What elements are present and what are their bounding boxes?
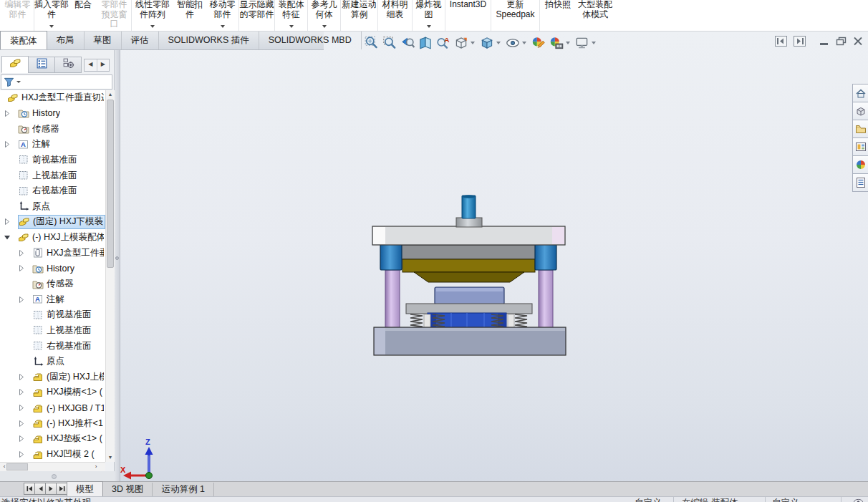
tree-item[interactable]: (-) HXJ推杆<1 (0, 415, 105, 431)
ribbon-button[interactable]: 参考几何体 (308, 0, 341, 31)
tree-vertical-scrollbar[interactable]: ▲ ▼ (105, 90, 115, 462)
commandmanager-tab[interactable]: 评估 (122, 32, 159, 49)
panel-splitter[interactable] (115, 50, 120, 481)
tree-item[interactable]: HXJ凹模 2 ( (0, 447, 105, 462)
apply-scene-button[interactable] (549, 35, 572, 51)
tree-item[interactable]: 上视基准面 (0, 168, 105, 183)
dropdown-caret-icon[interactable] (471, 42, 475, 44)
collapse-left-pane-button[interactable] (775, 36, 787, 47)
ribbon-button[interactable]: 编辑零部件 (1, 0, 34, 31)
collapse-right-pane-button[interactable] (794, 36, 806, 47)
expand-arrow-icon[interactable] (16, 248, 26, 258)
ribbon-button[interactable]: 显示隐藏的零部件 (239, 0, 275, 31)
dropdown-caret-icon[interactable] (289, 25, 294, 28)
dropdown-caret-icon[interactable] (322, 25, 327, 28)
tree-item[interactable]: History (0, 106, 105, 122)
previous-view-button[interactable] (400, 35, 415, 51)
panel-tab-scroll-arrow[interactable]: ▶ (97, 59, 110, 71)
zoom-to-area-button[interactable] (382, 35, 397, 51)
dropdown-caret-icon[interactable] (496, 42, 501, 44)
ribbon-button[interactable]: 配合 (69, 0, 97, 31)
study-tab[interactable]: 模型 (67, 481, 103, 496)
hscroll-thumb[interactable] (6, 463, 28, 470)
ribbon-button[interactable]: 智能扣件 (173, 0, 206, 31)
study-tab[interactable]: 运动算例 1 (153, 483, 213, 496)
study-tab[interactable]: 3D 视图 (103, 483, 153, 496)
ribbon-button[interactable]: 线性零部件阵列 (132, 0, 173, 31)
expand-arrow-icon[interactable] (16, 372, 26, 382)
expand-arrow-icon[interactable] (2, 140, 11, 149)
view-orientation-button[interactable] (453, 35, 477, 51)
ribbon-button[interactable]: 爆炸视图 (413, 0, 445, 31)
commandmanager-tab[interactable]: SOLIDWORKS MBD (259, 32, 362, 49)
expand-arrow-icon[interactable] (16, 264, 26, 273)
expand-arrow-icon[interactable] (16, 403, 26, 412)
panel-tab-scroll-arrow[interactable]: ◀ (85, 59, 97, 71)
taskpane-tab-appearances-scenes[interactable] (852, 155, 868, 174)
dropdown-caret-icon[interactable] (49, 25, 54, 28)
ribbon-button[interactable]: 材料明细表 (378, 0, 413, 31)
taskpane-tab-design-library[interactable] (852, 102, 868, 120)
tree-filter[interactable] (1, 74, 112, 90)
display-style-button[interactable] (479, 35, 503, 51)
study-nav-prev-button[interactable] (34, 483, 46, 495)
expand-arrow-icon[interactable] (16, 295, 26, 304)
ribbon-button[interactable]: 装配体特征 (275, 0, 308, 31)
expand-arrow-icon[interactable] (16, 434, 26, 443)
ribbon-button[interactable]: 移动零部件 (206, 0, 239, 31)
tree-item[interactable]: A注解 (0, 291, 105, 307)
panel-tab-featuremanager[interactable] (1, 56, 29, 73)
commandmanager-tab[interactable]: 布局 (47, 32, 85, 49)
tree-horizontal-scrollbar[interactable]: ‹ › (0, 462, 105, 471)
status-right-item[interactable]: 自定义 (635, 498, 662, 502)
commandmanager-tab[interactable]: SOLIDWORKS 插件 (159, 32, 259, 49)
zoom-to-fit-button[interactable] (364, 35, 380, 51)
taskpane-tab-solidworks-resources[interactable] (852, 84, 868, 102)
taskpane-tab-view-palette[interactable] (852, 137, 868, 156)
scroll-up-arrow[interactable]: ▲ (106, 90, 115, 99)
taskpane-tab-custom-properties[interactable] (852, 173, 868, 192)
graphics-area[interactable]: Z X A (0, 32, 868, 496)
tree-item[interactable]: 右视基准面 (0, 338, 105, 354)
splitter-grip[interactable] (52, 474, 57, 479)
commandmanager-tab[interactable]: 草图 (85, 32, 122, 49)
tree-item[interactable]: 右视基准面 (0, 183, 105, 199)
tree-item[interactable]: 传感器 (0, 276, 105, 292)
dropdown-caret-icon[interactable] (221, 25, 225, 28)
taskpane-tab-file-explorer[interactable] (852, 120, 868, 138)
expand-arrow-icon[interactable] (16, 419, 26, 428)
expand-arrow-icon[interactable] (2, 109, 11, 118)
tree-item[interactable]: (-) HXJ上模装配体< (0, 230, 105, 246)
study-nav-last-button[interactable] (56, 483, 67, 495)
view-settings-button[interactable] (574, 35, 598, 51)
tree-item[interactable]: HXJ模柄<1> ( (0, 385, 105, 400)
ribbon-button[interactable]: 新建运动算例 (341, 0, 378, 31)
ribbon-button[interactable]: 更新 Speedpak (491, 0, 540, 31)
status-right-item[interactable]: 在编辑 装配体 (682, 498, 738, 502)
close-button[interactable] (853, 37, 863, 46)
ribbon-button[interactable]: 插入零部件 (34, 0, 69, 31)
dropdown-caret-icon[interactable] (427, 25, 431, 28)
edit-appearance-button[interactable] (531, 35, 546, 51)
status-right-item[interactable]: 自定义 (772, 498, 799, 502)
panel-bottom-splitter[interactable] (0, 471, 115, 481)
expand-arrow-icon[interactable] (2, 217, 11, 226)
tree-item[interactable]: 原点 (0, 198, 105, 214)
tree-item[interactable]: A注解 (0, 137, 105, 153)
ribbon-button[interactable]: 大型装配体模式 (576, 0, 614, 31)
dropdown-caret-icon[interactable] (522, 42, 526, 44)
tree-item[interactable]: 原点 (0, 354, 105, 370)
minimize-button[interactable] (819, 37, 829, 46)
tree-item[interactable]: 前视基准面 (0, 307, 105, 323)
section-view-button[interactable] (418, 35, 433, 51)
ribbon-button[interactable]: 零部件预览窗口 (97, 0, 132, 31)
tree-item[interactable]: HXJ垫板<1> ( (0, 431, 105, 447)
panel-tab-configurationmanager[interactable] (54, 57, 82, 73)
eye-icon[interactable] (854, 498, 863, 502)
commandmanager-tab[interactable]: 装配体 (0, 31, 47, 49)
tree-item[interactable]: HXJ盒型工件垂 (0, 245, 105, 261)
expand-arrow-icon[interactable] (16, 387, 26, 397)
splitter-grip[interactable] (115, 256, 119, 260)
restore-button[interactable] (836, 37, 847, 46)
tree-item[interactable]: History (0, 261, 105, 276)
